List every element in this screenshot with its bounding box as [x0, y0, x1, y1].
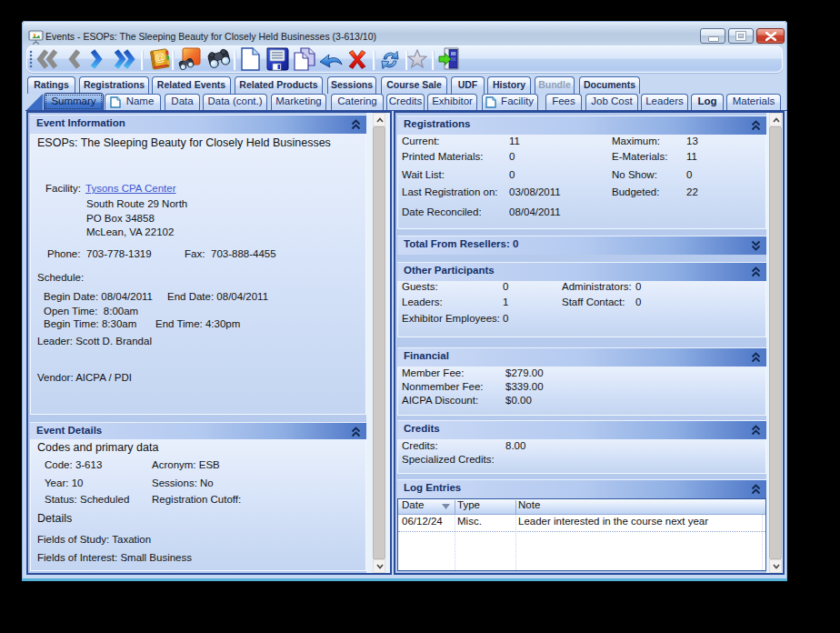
- svg-text:@: @: [154, 51, 166, 65]
